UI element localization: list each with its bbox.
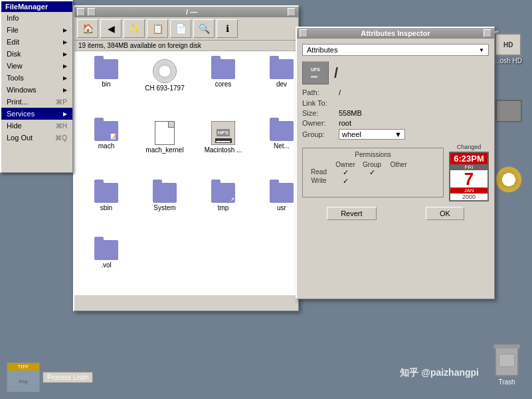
attributes-dropdown[interactable]: Attributes ▼ xyxy=(302,44,489,56)
menu-disk[interactable]: Disk xyxy=(1,48,72,60)
owner-header: Owner xyxy=(332,161,359,168)
toolbar-info-btn[interactable]: ℹ xyxy=(217,19,238,38)
toolbar-search-btn[interactable]: 🔍 xyxy=(193,19,215,38)
read-owner-cell: ✓ xyxy=(332,168,359,177)
inspector-titlebar: Attributes Inspector xyxy=(297,28,494,39)
list-item[interactable]: mach_kernel xyxy=(138,118,191,175)
inspector-content: Attributes ▼ UFS ▬ / Path: / Link To: S xyxy=(297,39,494,225)
permissions-changed-row: Permissions Owner Group Other Read ✓ ✓ W… xyxy=(302,144,489,201)
group-dropdown[interactable]: wheel ▼ xyxy=(339,129,405,140)
toolbar-back-btn[interactable]: ◀ xyxy=(100,19,122,38)
calendar-widget: 6:23PM FRI 7 JAN 2000 xyxy=(449,152,489,201)
menubar: FileManager Info File Edit Disk View Too… xyxy=(0,0,73,173)
filemanager-title: / — xyxy=(98,8,285,16)
revert-button[interactable]: Revert xyxy=(327,207,376,220)
folder-icon xyxy=(94,240,118,260)
calendar-month: JAN xyxy=(450,188,488,194)
ufs-path-row: UFS ▬ / xyxy=(302,61,489,84)
trash-label: Trash xyxy=(498,378,515,386)
list-item[interactable]: usr xyxy=(255,180,298,233)
tiff-thumbnail[interactable]: TIFF img xyxy=(7,362,40,392)
list-item[interactable]: sbin xyxy=(80,180,133,233)
folder-icon: ↗ xyxy=(211,183,235,203)
drive-icon xyxy=(495,100,522,122)
folder-icon: 📝 xyxy=(94,121,118,141)
trash-area[interactable]: Trash xyxy=(495,347,519,386)
list-item[interactable]: .vol xyxy=(80,237,133,290)
toolbar-home-btn[interactable]: 🏠 xyxy=(77,19,98,38)
list-item[interactable]: CH 693-1797 xyxy=(138,57,191,113)
changed-section: Changed 6:23PM FRI 7 JAN 2000 xyxy=(449,144,489,201)
close-button[interactable] xyxy=(77,8,85,16)
menu-info[interactable]: Info xyxy=(1,12,72,24)
changed-label: Changed xyxy=(457,144,482,150)
menu-file[interactable]: File xyxy=(1,24,72,36)
document-icon xyxy=(155,121,175,145)
inspector-close-btn[interactable] xyxy=(300,29,308,37)
menu-tools[interactable]: Tools xyxy=(1,72,72,84)
trash-icon xyxy=(495,347,519,376)
menubar-title: FileManager xyxy=(1,1,72,12)
ok-button[interactable]: OK xyxy=(426,207,464,220)
menu-windows[interactable]: Windows xyxy=(1,84,72,96)
process-listing-label[interactable]: Process Listin xyxy=(43,372,93,383)
menu-print[interactable]: Print... ⌘P xyxy=(1,96,72,108)
calendar-year: 2000 xyxy=(450,194,488,200)
folder-icon xyxy=(94,183,118,203)
menu-view[interactable]: View xyxy=(1,60,72,72)
zoom-button[interactable] xyxy=(288,8,296,16)
menu-services[interactable]: Services xyxy=(1,108,72,120)
read-label: Read xyxy=(306,168,332,177)
list-item[interactable]: Net... xyxy=(255,118,298,175)
ufs-label: UFS xyxy=(311,67,320,72)
cd-icon xyxy=(153,59,177,83)
list-item[interactable]: System xyxy=(138,180,191,233)
path-row: Path: / xyxy=(302,88,489,96)
permissions-section: Permissions Owner Group Other Read ✓ ✓ W… xyxy=(302,148,444,198)
write-owner-cell: ✓ xyxy=(332,177,359,186)
menu-logout[interactable]: Log Out ⌘Q xyxy=(1,132,72,144)
desktop-icon-hd[interactable]: HD ...osh HD xyxy=(494,33,522,65)
link-to-row: Link To: xyxy=(302,99,489,107)
toolbar-wand-btn[interactable]: ✨ xyxy=(124,19,145,38)
desktop-icon-disk[interactable] xyxy=(495,166,522,193)
inspector-title: Attributes Inspector xyxy=(310,29,481,37)
size-row: Size: 558MB xyxy=(302,109,489,117)
list-item[interactable]: bin xyxy=(80,57,133,113)
list-item[interactable]: dev xyxy=(255,57,298,113)
folder-icon xyxy=(94,59,118,79)
inspector-window: Attributes Inspector Attributes ▼ UFS ▬ … xyxy=(296,27,495,299)
list-item[interactable]: HFS ▬▬▬ Macintosh ... xyxy=(197,118,250,175)
ufs-icon: UFS ▬ xyxy=(302,61,329,84)
group-dropdown-arrow: ▼ xyxy=(395,130,402,138)
list-item[interactable]: 📝 mach xyxy=(80,118,133,175)
folder-icon xyxy=(153,183,177,203)
file-content[interactable]: bin CH 693-1797 cores dev 📝 mach mach_ke… xyxy=(74,51,298,295)
menu-hide[interactable]: Hide ⌘H xyxy=(1,120,72,132)
watermark: 知乎 @paizhangpi xyxy=(400,367,479,379)
folder-icon xyxy=(211,59,235,79)
list-item[interactable]: cores xyxy=(197,57,250,113)
toolbar-paste-btn[interactable]: 📄 xyxy=(170,19,191,38)
toolbar-copy-btn[interactable]: 📋 xyxy=(147,19,168,38)
hd-icon: HD xyxy=(495,33,521,56)
write-group-cell xyxy=(359,177,385,186)
filemanager-titlebar: / — xyxy=(74,7,298,17)
permissions-title: Permissions xyxy=(306,151,440,158)
group-row: Group: wheel ▼ xyxy=(302,129,489,140)
read-group-cell: ✓ xyxy=(359,168,385,177)
menu-edit[interactable]: Edit xyxy=(1,36,72,48)
list-item[interactable]: ↗ tmp xyxy=(197,180,250,233)
permissions-grid: Owner Group Other Read ✓ ✓ Write ✓ xyxy=(306,161,440,186)
write-label: Write xyxy=(306,177,332,186)
inspector-zoom-btn[interactable] xyxy=(484,29,491,37)
filemanager-window: / — 🏠 ◀ ✨ 📋 📄 🔍 ℹ 19 items, 384MB availa… xyxy=(73,5,299,311)
macintosh-icon: HFS ▬▬▬ xyxy=(211,121,235,145)
root-slash: / xyxy=(334,65,338,82)
write-other-cell xyxy=(385,177,412,186)
minimize-button[interactable] xyxy=(88,8,96,16)
folder-icon xyxy=(270,59,294,79)
other-header: Other xyxy=(385,161,412,168)
folder-icon xyxy=(270,121,294,141)
desktop-icon-drive[interactable] xyxy=(495,100,522,122)
